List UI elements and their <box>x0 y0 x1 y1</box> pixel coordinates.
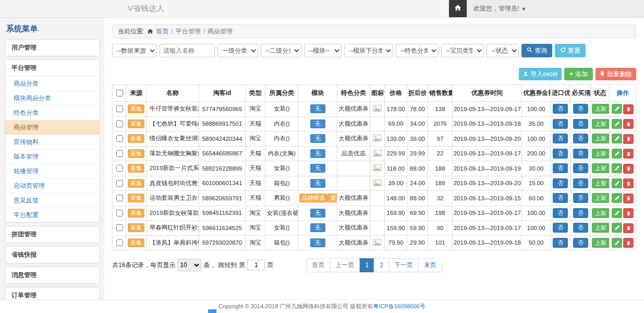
import-select-toggle[interactable]: 否 <box>553 119 568 129</box>
name-search-input[interactable] <box>160 44 215 57</box>
must-buy-toggle[interactable]: 否 <box>573 104 588 114</box>
must-buy-toggle[interactable]: 否 <box>573 208 588 218</box>
edit-button[interactable] <box>612 119 622 129</box>
edit-button[interactable] <box>612 178 622 188</box>
sidebar-item[interactable]: 消息管理 <box>5 267 99 283</box>
sidebar-subitem[interactable]: 意见反馈 <box>5 194 99 208</box>
delete-button[interactable] <box>623 223 634 233</box>
sidebar-subitem[interactable]: 平台配置 <box>5 208 99 222</box>
must-buy-toggle[interactable]: 否 <box>573 193 588 203</box>
status-button[interactable]: 上架 <box>592 134 610 143</box>
home-button[interactable] <box>449 0 467 17</box>
row-checkbox[interactable] <box>116 165 123 172</box>
data-source-select[interactable]: --数据来源-- <box>112 44 157 57</box>
sidebar-subitem[interactable]: 特色分类 <box>5 106 99 121</box>
delete-button[interactable] <box>623 178 634 188</box>
status-button[interactable]: 上架 <box>592 223 610 233</box>
import-select-toggle[interactable]: 否 <box>553 208 568 218</box>
status-button[interactable]: 上架 <box>592 208 610 218</box>
page-button[interactable]: 首页 <box>306 258 330 272</box>
select-all-checkbox[interactable] <box>116 90 123 97</box>
sidebar-subitem[interactable]: 版本管理 <box>5 150 99 164</box>
batch-delete-button[interactable]: 批量删除 <box>596 68 636 80</box>
delete-button[interactable] <box>623 149 634 159</box>
status-button[interactable]: 上架 <box>592 193 610 203</box>
sidebar-item[interactable]: 平台管理 <box>5 60 99 76</box>
import-excel-button[interactable]: 导入excel <box>519 68 562 80</box>
sidebar-subitem[interactable]: 启动页管理 <box>5 179 99 194</box>
user-menu[interactable]: 欢迎您，管理员! ▾ <box>467 0 644 17</box>
must-buy-toggle[interactable]: 否 <box>573 238 588 248</box>
page-button[interactable]: 末页 <box>418 258 442 272</box>
delete-button[interactable] <box>623 194 634 203</box>
must-buy-toggle[interactable]: 否 <box>573 223 588 233</box>
row-checkbox[interactable] <box>116 105 123 112</box>
per-page-select[interactable]: 10 <box>177 259 201 271</box>
delete-button[interactable] <box>623 238 634 248</box>
sidebar-item[interactable]: 拼团管理 <box>5 226 99 243</box>
status-button[interactable]: 上架 <box>592 104 610 114</box>
edit-button[interactable] <box>612 134 622 143</box>
must-buy-toggle[interactable]: 否 <box>573 163 588 173</box>
query-button[interactable]: 查询 <box>521 44 552 57</box>
page-button[interactable]: 上一页 <box>330 258 360 272</box>
import-select-toggle[interactable]: 否 <box>553 104 568 114</box>
sidebar-subitem[interactable]: 模块商品分类 <box>5 91 99 106</box>
edit-button[interactable] <box>612 238 622 248</box>
page-button[interactable]: 1 <box>359 258 374 272</box>
delete-button[interactable] <box>623 208 634 218</box>
row-checkbox[interactable] <box>116 210 123 216</box>
icp-link[interactable]: 粤ICP备16098006号 <box>373 303 425 310</box>
edit-button[interactable] <box>612 104 622 114</box>
item-type-select[interactable]: --宝贝类型-- <box>441 44 484 57</box>
status-button[interactable]: 上架 <box>592 163 610 173</box>
sidebar-item[interactable]: 省钱快报 <box>5 247 99 263</box>
row-checkbox[interactable] <box>116 195 123 201</box>
status-select[interactable]: --状态-- <box>487 44 519 57</box>
delete-button[interactable] <box>623 119 634 129</box>
page-button[interactable]: 下一页 <box>388 258 419 272</box>
row-checkbox[interactable] <box>116 121 123 127</box>
import-select-toggle[interactable]: 否 <box>553 178 568 188</box>
status-button[interactable]: 上架 <box>592 149 610 159</box>
status-button[interactable]: 上架 <box>592 238 610 248</box>
sidebar-item[interactable]: 用户管理 <box>5 40 99 56</box>
edit-button[interactable] <box>612 149 622 159</box>
jump-page-input[interactable] <box>247 260 265 270</box>
sidebar-subitem[interactable]: 宣传物料 <box>5 135 99 150</box>
edit-button[interactable] <box>612 193 622 203</box>
feature-category-select[interactable]: --特色分类-- <box>396 44 439 57</box>
edit-button[interactable] <box>612 223 622 233</box>
row-checkbox[interactable] <box>116 224 123 231</box>
sidebar-subitem[interactable]: 轮播管理 <box>5 164 99 179</box>
breadcrumb-link-home[interactable]: 首页 <box>156 27 168 36</box>
must-buy-toggle[interactable]: 否 <box>573 119 588 129</box>
sidebar-subitem[interactable]: 商品管理 <box>5 121 99 135</box>
row-checkbox[interactable] <box>116 135 123 142</box>
import-select-toggle[interactable]: 否 <box>553 193 568 203</box>
status-button[interactable]: 上架 <box>592 178 610 188</box>
import-select-toggle[interactable]: 否 <box>553 238 568 248</box>
breadcrumb-item-platform[interactable]: 平台管理 <box>176 27 201 36</box>
edit-button[interactable] <box>612 163 622 173</box>
page-button[interactable]: 2 <box>374 258 389 272</box>
import-select-toggle[interactable]: 否 <box>553 134 568 143</box>
add-button[interactable]: + 添加 <box>564 68 593 80</box>
level1-category-select[interactable]: 一级分类 <box>217 44 258 57</box>
row-checkbox[interactable] <box>116 150 123 157</box>
import-select-toggle[interactable]: 否 <box>553 223 568 233</box>
edit-button[interactable] <box>612 208 622 218</box>
delete-button[interactable] <box>623 164 634 174</box>
must-buy-toggle[interactable]: 否 <box>573 178 588 188</box>
delete-button[interactable] <box>623 134 634 144</box>
must-buy-toggle[interactable]: 否 <box>573 149 588 159</box>
module-select[interactable]: --模块-- <box>304 44 342 57</box>
sidebar-subitem[interactable]: 商品分类 <box>5 77 99 91</box>
reset-button[interactable]: 重置 <box>555 44 586 57</box>
row-checkbox[interactable] <box>116 180 123 187</box>
module-subcategory-select[interactable]: --模块下分类-- <box>344 44 393 57</box>
row-checkbox[interactable] <box>116 239 123 246</box>
import-select-toggle[interactable]: 否 <box>553 149 568 159</box>
must-buy-toggle[interactable]: 否 <box>573 134 588 143</box>
status-button[interactable]: 上架 <box>592 119 610 129</box>
